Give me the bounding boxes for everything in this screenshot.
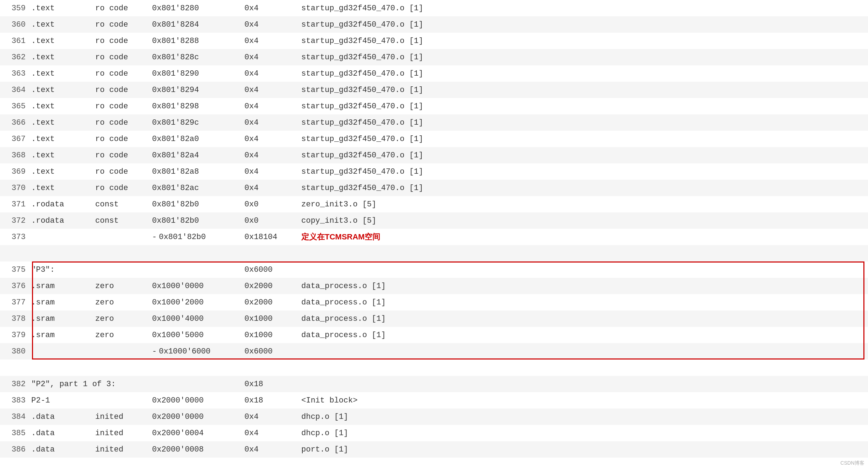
- table-row: 379 .sramzero0x1000'50000x1000data_proce…: [0, 327, 868, 343]
- section-name: "P2", part 1 of 3:: [28, 376, 92, 392]
- line-number: 379: [0, 327, 28, 343]
- address: 0x801'8298: [149, 98, 242, 114]
- line-number: 359: [0, 0, 28, 16]
- line-number: 371: [0, 196, 28, 212]
- size: 0x4: [242, 0, 298, 16]
- source-file: data_process.o [1]: [298, 327, 868, 343]
- table-row: 370.textro code0x801'82ac0x4startup_gd32…: [0, 180, 868, 196]
- line-number: 369: [0, 163, 28, 180]
- section-name: .text: [28, 163, 92, 180]
- address: 0x801'8284: [149, 16, 242, 33]
- address: 0x1000'5000: [149, 327, 242, 343]
- line-number: 360: [0, 16, 28, 33]
- section-name: .sram: [28, 294, 92, 310]
- table-row: 360.textro code0x801'82840x4startup_gd32…: [0, 16, 868, 33]
- size: 0x4: [242, 409, 298, 425]
- section-name: "P3":: [28, 261, 92, 278]
- line-number: 384: [0, 409, 28, 425]
- table-row: 371.rodataconst0x801'82b00x0zero_init3.o…: [0, 196, 868, 212]
- address: 0x1000'4000: [149, 310, 242, 327]
- section-name: .text: [28, 114, 92, 131]
- table-row: [0, 245, 868, 261]
- size: 0x4: [242, 33, 298, 49]
- address: 0x2000'0000: [149, 392, 242, 409]
- size: 0x4: [242, 425, 298, 441]
- section-name: .data: [28, 441, 92, 458]
- address: [149, 376, 242, 392]
- address: 0x1000'0000: [149, 278, 242, 294]
- table-row: [0, 360, 868, 376]
- table-row: 362.textro code0x801'828c0x4startup_gd32…: [0, 49, 868, 65]
- section-name: .text: [28, 180, 92, 196]
- table-row: 386 .datainited0x2000'00080x4port.o [1]: [0, 441, 868, 458]
- source-file: zero_init3.o [5]: [298, 196, 868, 212]
- section-type: ro code: [92, 98, 149, 114]
- size: 0x18104: [242, 229, 298, 245]
- table-row: 382"P2", part 1 of 3:0x18: [0, 376, 868, 392]
- address: 0x2000'0008: [149, 441, 242, 458]
- section-type: [92, 261, 149, 278]
- source-file: startup_gd32f450_470.o [1]: [298, 82, 868, 98]
- line-number: 383: [0, 392, 28, 409]
- size: 0x4: [242, 180, 298, 196]
- source-file: 定义在TCMSRAM空间: [298, 229, 868, 245]
- size: 0x4: [242, 441, 298, 458]
- address: 0x801'82ac: [149, 180, 242, 196]
- section-name: .text: [28, 98, 92, 114]
- table-row: 372.rodataconst0x801'82b00x0copy_init3.o…: [0, 212, 868, 229]
- section-name: .text: [28, 131, 92, 147]
- code-table: 359.textro code0x801'82800x4startup_gd32…: [0, 0, 868, 458]
- code-view: 359.textro code0x801'82800x4startup_gd32…: [0, 0, 868, 458]
- source-file: startup_gd32f450_470.o [1]: [298, 98, 868, 114]
- size: 0x18: [242, 376, 298, 392]
- size: 0x2000: [242, 278, 298, 294]
- section-type: ro code: [92, 163, 149, 180]
- size: 0x4: [242, 147, 298, 163]
- section-type: ro code: [92, 49, 149, 65]
- source-file: startup_gd32f450_470.o [1]: [298, 114, 868, 131]
- line-number: 365: [0, 98, 28, 114]
- section-name: [28, 229, 92, 245]
- size: 0x4: [242, 65, 298, 82]
- table-row: 365.textro code0x801'82980x4startup_gd32…: [0, 98, 868, 114]
- source-file: startup_gd32f450_470.o [1]: [298, 0, 868, 16]
- line-number: 362: [0, 49, 28, 65]
- line-number: 380: [0, 343, 28, 360]
- source-file: [298, 376, 868, 392]
- source-file: data_process.o [1]: [298, 310, 868, 327]
- section-name: [28, 343, 92, 360]
- address: 0x2000'0004: [149, 425, 242, 441]
- source-file: copy_init3.o [5]: [298, 212, 868, 229]
- section-name: .text: [28, 82, 92, 98]
- section-name: .data: [28, 425, 92, 441]
- section-type: ro code: [92, 180, 149, 196]
- size: 0x4: [242, 131, 298, 147]
- size: 0x6000: [242, 343, 298, 360]
- size: 0x0: [242, 212, 298, 229]
- source-file: port.o [1]: [298, 441, 868, 458]
- size: 0x4: [242, 49, 298, 65]
- line-number: 386: [0, 441, 28, 458]
- address: 0x801'82b0: [149, 196, 242, 212]
- section-type: [92, 343, 149, 360]
- size: 0x4: [242, 82, 298, 98]
- section-type: zero: [92, 310, 149, 327]
- section-name: P2-1: [28, 392, 92, 409]
- size: 0x0: [242, 196, 298, 212]
- address: 0x801'828c: [149, 49, 242, 65]
- source-file: dhcp.o [1]: [298, 409, 868, 425]
- main-container: 359.textro code0x801'82800x4startup_gd32…: [0, 0, 868, 470]
- table-row: 368.textro code0x801'82a40x4startup_gd32…: [0, 147, 868, 163]
- section-type: const: [92, 196, 149, 212]
- source-file: <Init block>: [298, 392, 868, 409]
- section-name: .rodata: [28, 196, 92, 212]
- section-type: ro code: [92, 82, 149, 98]
- source-file: startup_gd32f450_470.o [1]: [298, 33, 868, 49]
- source-file: dhcp.o [1]: [298, 425, 868, 441]
- table-row: 373-0x801'82b00x18104定义在TCMSRAM空间: [0, 229, 868, 245]
- section-type: const: [92, 212, 149, 229]
- size: 0x18: [242, 392, 298, 409]
- line-number: 382: [0, 376, 28, 392]
- line-number: 364: [0, 82, 28, 98]
- address: -0x1000'6000: [149, 343, 242, 360]
